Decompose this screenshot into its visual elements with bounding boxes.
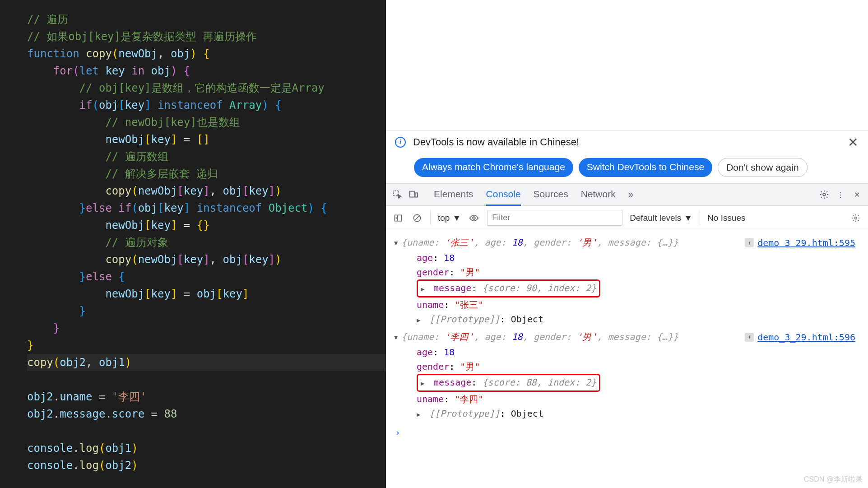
var: message xyxy=(60,408,105,420)
object-summary[interactable]: {uname: '李四', age: 18, gender: '男', mess… xyxy=(401,331,741,343)
close-icon[interactable]: ✕ xyxy=(848,135,858,150)
var: newObj xyxy=(105,133,144,146)
var: key xyxy=(151,219,171,232)
expand-icon[interactable]: ▼ xyxy=(394,334,401,341)
param: obj xyxy=(171,47,190,60)
eye-icon[interactable] xyxy=(468,212,480,224)
inspect-icon[interactable] xyxy=(391,189,403,200)
kw: else xyxy=(86,202,112,214)
fn: copy xyxy=(27,356,53,369)
num: 88 xyxy=(164,408,177,420)
var: obj xyxy=(223,253,242,266)
info-icon[interactable]: i xyxy=(745,333,754,342)
prop-value: Object xyxy=(511,408,543,419)
var: newObj xyxy=(138,185,177,197)
code-comment: // 遍历 xyxy=(27,13,68,26)
code-comment: // 解决多层嵌套 递归 xyxy=(105,167,218,180)
levels-selector[interactable]: Default levels▼ xyxy=(630,213,692,223)
var: key xyxy=(184,253,203,266)
expand-icon[interactable]: ▶ xyxy=(421,376,428,390)
fn: copy xyxy=(105,185,131,197)
fn: copy xyxy=(86,47,112,60)
var: key xyxy=(151,133,171,146)
prop-value: "男" xyxy=(460,361,480,372)
tab-elements[interactable]: Elements xyxy=(434,184,473,206)
code-comment: // 如果obj[key]是复杂数据类型 再遍历操作 xyxy=(27,30,257,43)
expand-icon[interactable]: ▶ xyxy=(417,313,424,327)
console-prompt[interactable]: › xyxy=(386,423,868,442)
clear-icon[interactable] xyxy=(411,212,423,224)
code-comment: // 遍历对象 xyxy=(105,236,168,249)
svg-point-9 xyxy=(855,217,857,219)
highlighted-prop: ▶ message: {score: 90, index: 2} xyxy=(417,279,600,297)
var: console xyxy=(27,442,73,455)
console-toolbar: top▼ Default levels▼ No Issues xyxy=(386,206,868,230)
var: key xyxy=(125,99,144,112)
devtools-tabbar: Elements Console Sources Network » ⋮ ✕ xyxy=(386,183,868,206)
tab-sources[interactable]: Sources xyxy=(534,184,568,206)
var: key xyxy=(184,185,203,197)
kw: if xyxy=(79,99,93,112)
var: obj xyxy=(197,288,216,300)
gear-icon[interactable] xyxy=(850,212,862,224)
dismiss-button[interactable]: Don't show again xyxy=(718,158,807,177)
type: Array xyxy=(229,99,262,112)
page-preview xyxy=(386,0,868,131)
var: obj2 xyxy=(27,408,53,420)
filter-input[interactable] xyxy=(487,210,622,226)
more-tabs-icon[interactable]: » xyxy=(628,184,634,206)
issues-label: No Issues xyxy=(707,213,745,223)
svg-line-7 xyxy=(415,216,419,220)
close-devtools-icon[interactable]: ✕ xyxy=(851,189,863,200)
console-output: ▼ {uname: '张三', age: 18, gender: '男', me… xyxy=(386,230,868,488)
var: key xyxy=(105,65,125,77)
prop-value: "男" xyxy=(460,267,480,278)
match-language-button[interactable]: Always match Chrome's language xyxy=(414,158,573,177)
svg-rect-1 xyxy=(410,191,414,197)
code-comment: // newObj[key]也是数组 xyxy=(105,116,240,129)
tab-network[interactable]: Network xyxy=(581,184,616,206)
var: score xyxy=(112,408,144,420)
prop-value: 18 xyxy=(444,347,455,358)
expand-icon[interactable]: ▶ xyxy=(417,407,424,422)
source-link[interactable]: demo_3_29.html:595 xyxy=(757,237,855,248)
banner-actions: Always match Chrome's language Switch De… xyxy=(386,153,868,183)
var: newObj xyxy=(105,288,144,300)
var: obj1 xyxy=(99,356,125,369)
var: obj2 xyxy=(105,459,131,472)
object-summary[interactable]: {uname: '张三', age: 18, gender: '男', mess… xyxy=(401,237,741,249)
gear-icon[interactable] xyxy=(818,189,830,200)
devtools-panel: i DevTools is now available in Chinese! … xyxy=(386,0,868,488)
sidebar-toggle-icon[interactable] xyxy=(392,212,404,224)
str: '李四' xyxy=(112,390,147,403)
kw: in xyxy=(131,65,144,77)
var: key xyxy=(223,288,242,300)
prop-value: "张三" xyxy=(455,299,483,310)
device-icon[interactable] xyxy=(408,189,419,200)
var: newObj xyxy=(105,219,144,232)
tab-console[interactable]: Console xyxy=(486,184,521,206)
svg-point-3 xyxy=(823,193,826,196)
info-icon[interactable]: i xyxy=(745,238,754,247)
type: Object xyxy=(269,202,308,214)
source-link[interactable]: demo_3_29.html:596 xyxy=(757,332,855,343)
var: obj2 xyxy=(27,390,53,403)
kebab-icon[interactable]: ⋮ xyxy=(835,189,846,200)
expand-icon[interactable]: ▶ xyxy=(421,282,428,296)
var: obj2 xyxy=(60,356,86,369)
var: obj xyxy=(223,185,242,197)
kw: if xyxy=(118,202,131,214)
kw: instanceof xyxy=(158,99,223,112)
switch-language-button[interactable]: Switch DevTools to Chinese xyxy=(579,158,712,177)
kw: else xyxy=(86,270,112,283)
var: obj xyxy=(99,99,118,112)
fn: copy xyxy=(105,253,131,266)
param: newObj xyxy=(118,47,158,60)
prop-value: "李四" xyxy=(455,394,483,404)
prop-value: 18 xyxy=(444,252,455,263)
console-log: ▼ {uname: '张三', age: 18, gender: '男', me… xyxy=(386,235,868,329)
context-selector[interactable]: top▼ xyxy=(438,213,461,223)
kw: for xyxy=(53,65,73,77)
var: obj1 xyxy=(105,442,131,455)
expand-icon[interactable]: ▼ xyxy=(394,239,401,246)
